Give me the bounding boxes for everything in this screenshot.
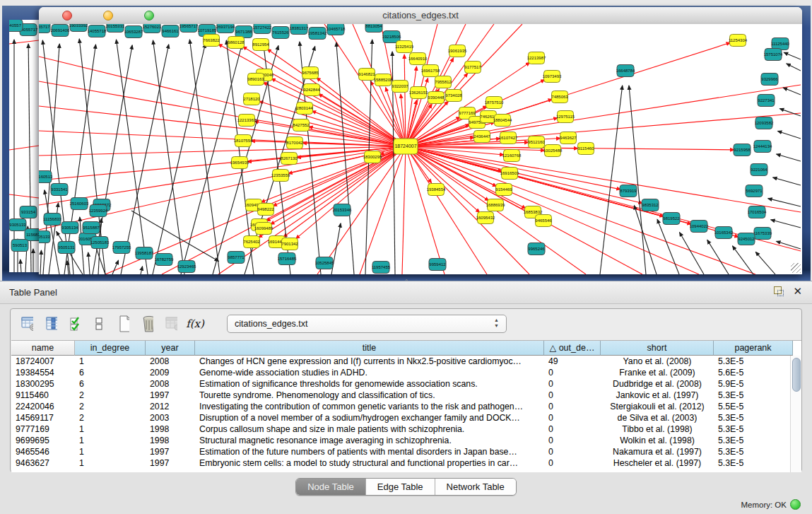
show-columns-button[interactable] — [40, 313, 61, 334]
graph-node-label: 5905133 — [39, 235, 50, 239]
graph-node-label: 9221064 — [751, 168, 767, 172]
window-titlebar[interactable]: citations_edges.txt — [39, 7, 802, 25]
resize-grip[interactable] — [791, 263, 801, 273]
table-row[interactable]: 911546021997Tourette syndrome. Phenomeno… — [11, 390, 801, 401]
graph-node-label: 9860128 — [228, 40, 245, 45]
graph-node-label: 12160768 — [502, 153, 522, 158]
table-cell: 9465546 — [11, 446, 75, 457]
background-view-canvas[interactable]: 930513393315411568359051314055717140557 — [9, 20, 39, 272]
graph-node-label: 17016504 — [748, 210, 767, 214]
graph-node-label: 8427552 — [293, 123, 310, 127]
table-scrollbar[interactable] — [790, 356, 801, 472]
column-header-short[interactable]: short — [601, 341, 714, 356]
table-settings-icon — [20, 315, 33, 332]
graph-edge — [39, 146, 406, 156]
graph-node-label: 10944022 — [690, 224, 709, 228]
merge-rows-button[interactable] — [88, 313, 110, 334]
table-cell: 9777169 — [11, 424, 75, 435]
table-row[interactable]: 977716911998Corpus callosum shape and si… — [11, 424, 801, 435]
graph-node-label: 15727422 — [253, 25, 272, 30]
table-cell: 2012 — [146, 401, 195, 412]
network-window[interactable]: citations_edges.txt 95657172069140619033… — [39, 7, 802, 274]
table-cell: 1997 — [146, 457, 195, 469]
graph-node-label: 10465718 — [326, 27, 346, 31]
graph-node-label: 19061935 — [448, 49, 467, 53]
table-row[interactable]: 946362711997Embryonic stem cells: a mode… — [11, 457, 801, 469]
graph-node-label: 11156833 — [43, 217, 61, 221]
float-panel-icon[interactable] — [772, 286, 783, 296]
table-cell: 5.3E-5 — [714, 435, 793, 446]
table-container: f(x) citations_edges.txt ▲▼ namein_degre… — [10, 308, 802, 472]
graph-edge — [755, 252, 775, 274]
graph-node-label: 9498222 — [257, 207, 274, 211]
node-table[interactable]: namein_degreeyeartitle△ out_de…shortpage… — [11, 340, 801, 472]
graph-node-label: 11325419 — [395, 45, 414, 49]
delete-table-button[interactable] — [160, 313, 182, 334]
fx-icon: f(x) — [186, 317, 204, 330]
new-table-button[interactable] — [112, 313, 134, 334]
column-header-indegree[interactable]: in_degree — [75, 341, 146, 356]
tab-edge-table[interactable]: Edge Table — [366, 479, 435, 495]
column-header-pagerank[interactable]: pagerank — [714, 341, 793, 356]
table-row[interactable]: 1938455462009Genome-wide association stu… — [11, 367, 801, 378]
function-builder-button[interactable]: f(x) — [184, 313, 206, 334]
table-row[interactable]: 1872400712008Changes of HCN gene express… — [11, 356, 801, 367]
graph-edge — [600, 86, 623, 274]
graph-node-label: 18724007 — [394, 144, 416, 148]
table-panel-header: Table Panel ✕ — [0, 281, 812, 304]
scrollbar-thumb[interactable] — [792, 358, 801, 392]
table-panel-body: f(x) citations_edges.txt ▲▼ namein_degre… — [0, 303, 812, 514]
graph-node-label: 18804544 — [493, 118, 512, 122]
table-cell: 5.3E-5 — [714, 446, 793, 457]
table-cell: Tourette syndrome. Phenomenology and cla… — [195, 390, 544, 401]
close-panel-icon[interactable]: ✕ — [793, 286, 802, 296]
table-cell: Estimation of the future numbers of pati… — [195, 446, 544, 457]
network-canvas[interactable]: 9565717206914061903339214055718201553311… — [39, 24, 802, 274]
table-row[interactable]: 2242004622012Investigating the contribut… — [11, 401, 801, 412]
graph-node-label: 10719185 — [198, 28, 217, 33]
graph-edge — [773, 177, 801, 185]
table-cell: 2 — [75, 401, 146, 412]
memory-ok-icon[interactable] — [790, 499, 801, 510]
column-header-outde[interactable]: △ out_de… — [544, 341, 601, 356]
table-cell: Wolkin et al. (1998) — [601, 435, 714, 446]
graph-node-label: 9146821 — [358, 72, 375, 76]
tab-node-table[interactable]: Node Table — [296, 479, 366, 495]
column-header-title[interactable]: title — [195, 341, 544, 356]
table-cell: 2003 — [146, 412, 195, 424]
row-select-button[interactable] — [64, 313, 86, 334]
table-settings-button[interactable] — [16, 313, 37, 334]
table-tabs: Node TableEdge TableNetwork Table — [295, 478, 517, 496]
graph-edge — [259, 101, 406, 146]
delete-rows-button[interactable] — [136, 313, 158, 334]
graph-node-label: 15751074 — [764, 52, 783, 57]
graph-edge — [680, 233, 704, 274]
graph-node-label: 8170042 — [286, 141, 303, 145]
table-row[interactable]: 969969511998Structural magnetic resonanc… — [11, 435, 801, 446]
tab-network-table[interactable]: Network Table — [435, 479, 516, 495]
table-row[interactable]: 1456911722003Disruption of a novel membe… — [11, 412, 801, 424]
graph-node-label: 19565717 — [180, 24, 199, 28]
column-header-name[interactable]: name — [11, 341, 75, 356]
table-cell: Genome-wide association studies in ADHD. — [195, 367, 544, 378]
graph-node-label: 16916503 — [500, 171, 519, 175]
table-cell: 1997 — [146, 390, 195, 401]
graph-edge — [189, 40, 220, 274]
table-cell: 1 — [75, 446, 146, 457]
stacked-squares-icon — [93, 315, 105, 332]
graph-edge — [787, 64, 801, 71]
graph-node-label: 115683 — [26, 233, 39, 237]
table-row[interactable]: 946554611997Estimation of the future num… — [11, 446, 801, 457]
column-header-year[interactable]: year — [146, 341, 195, 356]
graph-edge — [783, 88, 801, 95]
table-cell: 2 — [75, 390, 146, 401]
graph-edge — [406, 146, 445, 274]
table-row[interactable]: 1830029562008Estimation of significance … — [11, 378, 801, 390]
graph-node-label: 20155331 — [106, 24, 125, 28]
graph-node-label: 19033392 — [69, 24, 88, 28]
graph-node-label: 10653287 — [124, 30, 143, 34]
graph-node-label: 2436447 — [473, 134, 490, 139]
table-source-select[interactable]: citations_edges.txt ▲▼ — [227, 315, 507, 333]
graph-node-label: 9857771 — [228, 255, 245, 259]
graph-node-label: 9777169 — [459, 111, 476, 115]
